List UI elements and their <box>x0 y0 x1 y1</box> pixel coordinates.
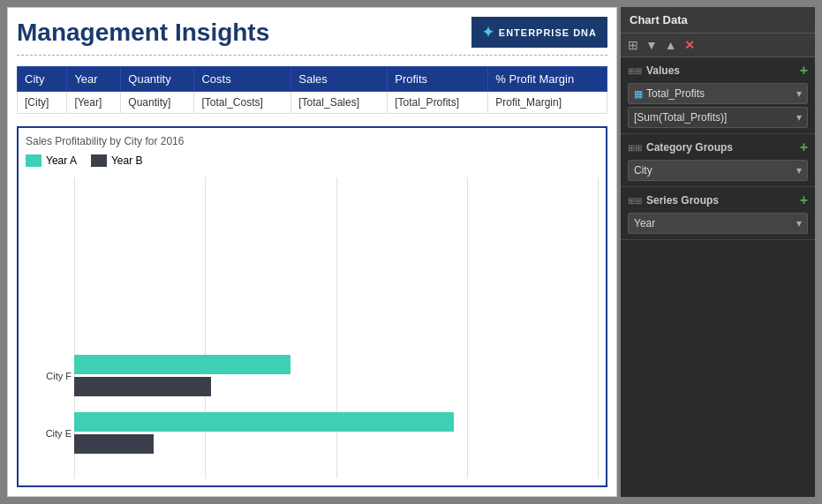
values-field1-formula[interactable]: [Sum(Total_Profits)] ▾ <box>628 107 808 128</box>
values-label: Values <box>646 64 680 77</box>
values-formula-dropdown-icon[interactable]: ▾ <box>796 111 802 124</box>
values-field1-name: Total_Profits <box>646 87 705 100</box>
series-section-header: ⊞⊞ Series Groups + <box>628 192 808 208</box>
up-arrow-icon[interactable]: ▲ <box>665 38 677 52</box>
logo-text: ENTERPRISE DNA <box>499 27 597 38</box>
values-field1-icon: ▦ <box>634 88 643 100</box>
cell-sales: [Total_Sales] <box>291 92 388 114</box>
category-add-button[interactable]: + <box>800 139 808 155</box>
table-row: [City] [Year] Quantity] [Total_Costs] [T… <box>18 92 607 114</box>
series-field-text: Year <box>634 217 655 229</box>
chart-legend: Year A Year B <box>26 154 599 167</box>
values-add-button[interactable]: + <box>800 63 808 79</box>
chart-group-city-e: City E <box>74 412 599 454</box>
category-grid-icon: ⊞⊞ <box>628 143 642 153</box>
bar-row-f-a <box>74 355 599 374</box>
bar-f-year-b <box>74 377 211 396</box>
bar-e-year-a <box>74 412 454 432</box>
values-grid-icon: ⊞⊞ <box>628 66 642 76</box>
sidebar-header: Chart Data <box>621 7 815 34</box>
legend-label-a: Year A <box>46 154 77 167</box>
col-profits: Profits <box>388 67 488 92</box>
cell-profit-margin: Profit_Margin] <box>488 92 607 114</box>
col-profit-margin: % Profit Margin <box>488 67 607 92</box>
cell-city: [City] <box>18 92 67 114</box>
city-f-label: City F <box>26 371 72 381</box>
sidebar-title: Chart Data <box>630 13 688 26</box>
cell-costs: [Total_Costs] <box>194 92 291 114</box>
legend-color-a <box>26 154 41 167</box>
grid-icon[interactable]: ⊞ <box>628 38 638 52</box>
col-sales: Sales <box>291 67 388 92</box>
values-section: ⊞⊞ Values + ▦ Total_Profits ▾ [Sum(Total… <box>621 57 815 134</box>
series-label-row: ⊞⊞ Series Groups <box>628 194 719 207</box>
col-year: Year <box>67 67 121 92</box>
legend-item-b: Year B <box>91 154 143 167</box>
logo-box: ✦ ENTERPRISE DNA <box>471 17 607 48</box>
values-field1-formula-text: [Sum(Total_Profits)] <box>634 111 727 124</box>
sidebar-toolbar: ⊞ ▼ ▲ ✕ <box>621 34 815 57</box>
col-costs: Costs <box>194 67 291 92</box>
col-city: City <box>18 67 67 92</box>
series-label: Series Groups <box>646 194 719 207</box>
chart-group-city-f: City F <box>74 355 599 396</box>
bar-f-year-a <box>74 355 290 374</box>
chart-title: Sales Profitability by City for 2016 <box>26 135 599 147</box>
series-dropdown-icon[interactable]: ▾ <box>796 217 802 229</box>
delete-icon[interactable]: ✕ <box>684 38 695 52</box>
series-add-button[interactable]: + <box>800 192 808 208</box>
series-section: ⊞⊞ Series Groups + Year ▾ <box>621 187 815 240</box>
bar-e-year-b <box>74 434 154 454</box>
sidebar: Chart Data ⊞ ▼ ▲ ✕ ⊞⊞ Values + ▦ Total_P… <box>621 7 815 497</box>
down-arrow-icon[interactable]: ▼ <box>645 38 658 52</box>
bar-row-e-b <box>74 434 599 454</box>
page-title: Management Insights <box>17 19 269 47</box>
cell-profits: [Total_Profits] <box>388 92 488 114</box>
legend-label-b: Year B <box>111 154 143 167</box>
category-dropdown-icon[interactable]: ▾ <box>796 164 802 177</box>
main-area: Management Insights ✦ ENTERPRISE DNA Cit… <box>7 7 617 497</box>
values-field1-dropdown-icon[interactable]: ▾ <box>796 87 802 100</box>
legend-item-a: Year A <box>26 154 77 167</box>
bar-row-e-a <box>74 412 599 432</box>
category-field-text: City <box>634 164 652 177</box>
header: Management Insights ✦ ENTERPRISE DNA <box>17 17 607 56</box>
col-quantity: Quantity <box>121 67 194 92</box>
data-table: City Year Quantity Costs Sales Profits %… <box>17 66 607 114</box>
values-field1-inner: ▦ Total_Profits <box>634 87 705 100</box>
values-label-row: ⊞⊞ Values <box>628 64 680 77</box>
category-section-header: ⊞⊞ Category Groups + <box>628 139 808 155</box>
category-field[interactable]: City ▾ <box>628 160 808 181</box>
category-label: Category Groups <box>646 141 733 154</box>
cell-quantity: Quantity] <box>121 92 194 114</box>
category-label-row: ⊞⊞ Category Groups <box>628 141 733 154</box>
city-e-label: City E <box>26 428 72 439</box>
cell-year: [Year] <box>67 92 121 114</box>
category-section: ⊞⊞ Category Groups + City ▾ <box>621 134 815 187</box>
logo-icon: ✦ <box>482 24 494 41</box>
series-grid-icon: ⊞⊞ <box>628 196 642 206</box>
legend-color-b <box>91 154 107 167</box>
bar-row-f-b <box>74 377 599 396</box>
table-header-row: City Year Quantity Costs Sales Profits %… <box>18 67 607 92</box>
values-section-header: ⊞⊞ Values + <box>628 63 808 79</box>
values-field1[interactable]: ▦ Total_Profits ▾ <box>628 83 808 104</box>
series-field[interactable]: Year ▾ <box>628 213 808 234</box>
chart-section: Sales Profitability by City for 2016 Yea… <box>17 126 607 487</box>
chart-container: City F City E <box>26 177 599 478</box>
